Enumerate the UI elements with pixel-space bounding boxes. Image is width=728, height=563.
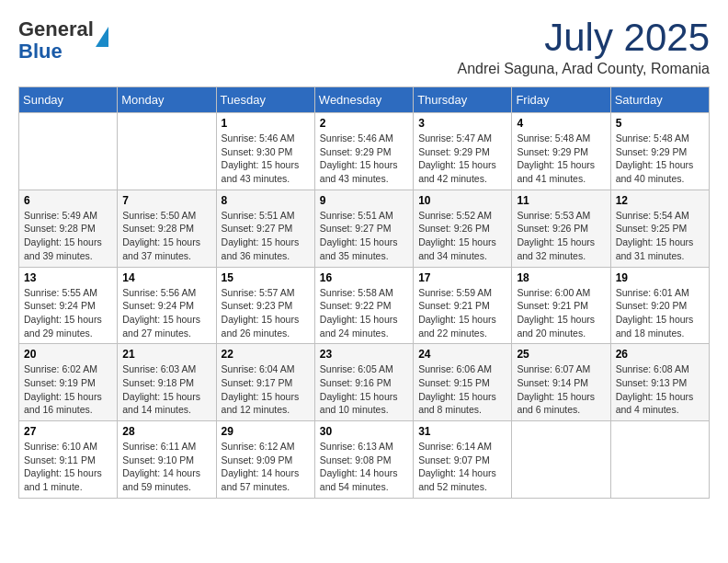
day-number: 19 [616, 271, 704, 284]
calendar-week-row: 6Sunrise: 5:49 AM Sunset: 9:28 PM Daylig… [19, 190, 710, 267]
weekday-header: Saturday [610, 87, 709, 113]
weekday-header: Friday [512, 87, 610, 113]
day-number: 28 [122, 425, 210, 438]
day-number: 1 [222, 117, 310, 130]
calendar-day-cell: 24Sunrise: 6:06 AM Sunset: 9:15 PM Dayli… [414, 344, 512, 421]
weekday-header: Wednesday [314, 87, 413, 113]
day-number: 31 [418, 425, 506, 438]
calendar-day-cell: 12Sunrise: 5:54 AM Sunset: 9:25 PM Dayli… [610, 190, 709, 267]
day-info: Sunrise: 5:55 AM Sunset: 9:24 PM Dayligh… [24, 286, 112, 340]
calendar-day-cell: 4Sunrise: 5:48 AM Sunset: 9:29 PM Daylig… [512, 113, 610, 190]
title-block: July 2025 Andrei Saguna, Arad County, Ro… [457, 18, 710, 77]
location-subtitle: Andrei Saguna, Arad County, Romania [457, 61, 710, 77]
weekday-header: Sunday [19, 87, 118, 113]
day-number: 15 [222, 271, 310, 284]
day-info: Sunrise: 6:06 AM Sunset: 9:15 PM Dayligh… [418, 362, 506, 417]
calendar-day-cell: 29Sunrise: 6:12 AM Sunset: 9:09 PM Dayli… [216, 421, 314, 499]
day-number: 12 [616, 194, 704, 207]
day-info: Sunrise: 5:49 AM Sunset: 9:28 PM Dayligh… [24, 209, 112, 263]
calendar-day-cell: 8Sunrise: 5:51 AM Sunset: 9:27 PM Daylig… [216, 190, 314, 267]
day-info: Sunrise: 6:13 AM Sunset: 9:08 PM Dayligh… [320, 440, 408, 494]
day-number: 17 [418, 271, 506, 284]
page-header: General Blue July 2025 Andrei Saguna, Ar… [18, 18, 710, 77]
day-number: 9 [320, 194, 408, 207]
day-number: 25 [517, 348, 605, 361]
day-number: 11 [517, 194, 605, 207]
day-number: 24 [418, 348, 506, 361]
day-number: 16 [320, 271, 408, 284]
day-info: Sunrise: 5:58 AM Sunset: 9:22 PM Dayligh… [320, 286, 408, 340]
weekday-header: Tuesday [216, 87, 314, 113]
calendar-day-cell [512, 421, 610, 499]
calendar-day-cell: 14Sunrise: 5:56 AM Sunset: 9:24 PM Dayli… [118, 267, 216, 344]
day-number: 30 [320, 425, 408, 438]
day-number: 22 [222, 348, 310, 361]
day-info: Sunrise: 5:46 AM Sunset: 9:29 PM Dayligh… [320, 132, 408, 186]
logo: General Blue [18, 18, 108, 63]
calendar-day-cell: 20Sunrise: 6:02 AM Sunset: 9:19 PM Dayli… [19, 344, 118, 421]
day-info: Sunrise: 6:00 AM Sunset: 9:21 PM Dayligh… [517, 286, 605, 340]
weekday-header: Monday [118, 87, 216, 113]
day-number: 3 [418, 117, 506, 130]
calendar-day-cell: 2Sunrise: 5:46 AM Sunset: 9:29 PM Daylig… [314, 113, 413, 190]
day-number: 20 [24, 348, 112, 361]
calendar-table: SundayMondayTuesdayWednesdayThursdayFrid… [18, 86, 710, 499]
calendar-day-cell: 31Sunrise: 6:14 AM Sunset: 9:07 PM Dayli… [414, 421, 512, 499]
calendar-day-cell: 26Sunrise: 6:08 AM Sunset: 9:13 PM Dayli… [610, 344, 709, 421]
calendar-day-cell: 25Sunrise: 6:07 AM Sunset: 9:14 PM Dayli… [512, 344, 610, 421]
day-info: Sunrise: 5:46 AM Sunset: 9:30 PM Dayligh… [222, 132, 310, 186]
day-number: 4 [517, 117, 605, 130]
calendar-day-cell [19, 113, 118, 190]
calendar-day-cell: 6Sunrise: 5:49 AM Sunset: 9:28 PM Daylig… [19, 190, 118, 267]
day-number: 27 [24, 425, 112, 438]
calendar-day-cell: 16Sunrise: 5:58 AM Sunset: 9:22 PM Dayli… [314, 267, 413, 344]
day-number: 13 [24, 271, 112, 284]
day-number: 10 [418, 194, 506, 207]
day-info: Sunrise: 6:08 AM Sunset: 9:13 PM Dayligh… [616, 362, 704, 417]
calendar-day-cell: 7Sunrise: 5:50 AM Sunset: 9:28 PM Daylig… [118, 190, 216, 267]
day-info: Sunrise: 5:51 AM Sunset: 9:27 PM Dayligh… [222, 209, 310, 263]
day-info: Sunrise: 5:50 AM Sunset: 9:28 PM Dayligh… [122, 209, 210, 263]
calendar-day-cell: 27Sunrise: 6:10 AM Sunset: 9:11 PM Dayli… [19, 421, 118, 499]
day-info: Sunrise: 5:57 AM Sunset: 9:23 PM Dayligh… [222, 286, 310, 340]
calendar-week-row: 20Sunrise: 6:02 AM Sunset: 9:19 PM Dayli… [19, 344, 710, 421]
day-info: Sunrise: 5:53 AM Sunset: 9:26 PM Dayligh… [517, 209, 605, 263]
day-number: 14 [122, 271, 210, 284]
calendar-day-cell: 5Sunrise: 5:48 AM Sunset: 9:29 PM Daylig… [610, 113, 709, 190]
calendar-day-cell: 10Sunrise: 5:52 AM Sunset: 9:26 PM Dayli… [414, 190, 512, 267]
day-number: 29 [222, 425, 310, 438]
day-number: 23 [320, 348, 408, 361]
day-info: Sunrise: 6:14 AM Sunset: 9:07 PM Dayligh… [418, 440, 506, 494]
calendar-day-cell: 23Sunrise: 6:05 AM Sunset: 9:16 PM Dayli… [314, 344, 413, 421]
calendar-day-cell: 15Sunrise: 5:57 AM Sunset: 9:23 PM Dayli… [216, 267, 314, 344]
calendar-week-row: 1Sunrise: 5:46 AM Sunset: 9:30 PM Daylig… [19, 113, 710, 190]
calendar-week-row: 27Sunrise: 6:10 AM Sunset: 9:11 PM Dayli… [19, 421, 710, 499]
day-info: Sunrise: 6:01 AM Sunset: 9:20 PM Dayligh… [616, 286, 704, 340]
day-number: 8 [222, 194, 310, 207]
day-number: 7 [122, 194, 210, 207]
day-info: Sunrise: 6:03 AM Sunset: 9:18 PM Dayligh… [122, 362, 210, 417]
day-info: Sunrise: 5:52 AM Sunset: 9:26 PM Dayligh… [418, 209, 506, 263]
day-number: 2 [320, 117, 408, 130]
day-number: 6 [24, 194, 112, 207]
day-info: Sunrise: 6:07 AM Sunset: 9:14 PM Dayligh… [517, 362, 605, 417]
weekday-header: Thursday [414, 87, 512, 113]
day-info: Sunrise: 5:48 AM Sunset: 9:29 PM Dayligh… [517, 132, 605, 186]
day-number: 5 [616, 117, 704, 130]
calendar-day-cell: 13Sunrise: 5:55 AM Sunset: 9:24 PM Dayli… [19, 267, 118, 344]
calendar-day-cell: 17Sunrise: 5:59 AM Sunset: 9:21 PM Dayli… [414, 267, 512, 344]
calendar-day-cell [610, 421, 709, 499]
calendar-day-cell: 3Sunrise: 5:47 AM Sunset: 9:29 PM Daylig… [414, 113, 512, 190]
calendar-day-cell: 28Sunrise: 6:11 AM Sunset: 9:10 PM Dayli… [118, 421, 216, 499]
day-info: Sunrise: 5:47 AM Sunset: 9:29 PM Dayligh… [418, 132, 506, 186]
calendar-day-cell: 1Sunrise: 5:46 AM Sunset: 9:30 PM Daylig… [216, 113, 314, 190]
calendar-day-cell: 9Sunrise: 5:51 AM Sunset: 9:27 PM Daylig… [314, 190, 413, 267]
day-info: Sunrise: 6:11 AM Sunset: 9:10 PM Dayligh… [122, 440, 210, 494]
day-info: Sunrise: 5:54 AM Sunset: 9:25 PM Dayligh… [616, 209, 704, 263]
calendar-day-cell: 18Sunrise: 6:00 AM Sunset: 9:21 PM Dayli… [512, 267, 610, 344]
day-number: 18 [517, 271, 605, 284]
day-info: Sunrise: 5:56 AM Sunset: 9:24 PM Dayligh… [122, 286, 210, 340]
day-number: 26 [616, 348, 704, 361]
calendar-day-cell: 11Sunrise: 5:53 AM Sunset: 9:26 PM Dayli… [512, 190, 610, 267]
calendar-day-cell [118, 113, 216, 190]
